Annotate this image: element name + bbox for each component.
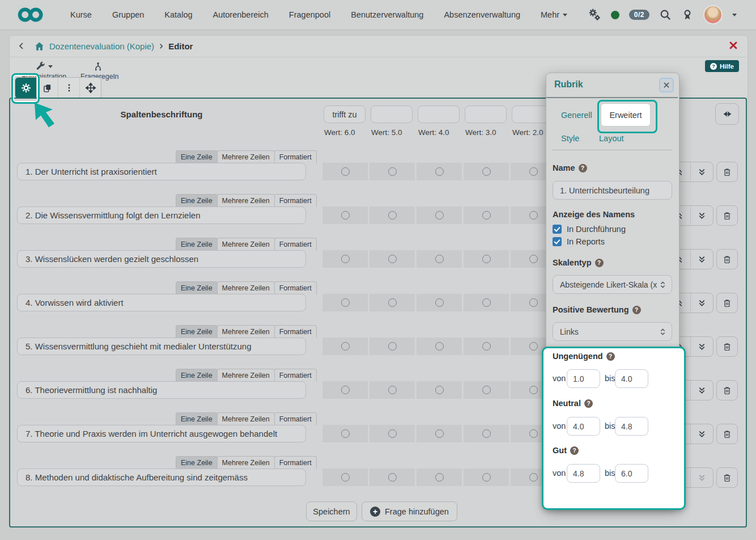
positive-help-icon[interactable]: ? xyxy=(632,306,641,314)
radio-cell[interactable] xyxy=(464,338,509,355)
tab-formatiert[interactable]: Formatiert xyxy=(274,281,317,294)
tab-eine-zeile[interactable]: Eine Zeile xyxy=(176,238,218,251)
task-count-badge[interactable]: 0/2 xyxy=(629,10,649,20)
panel-tab-generell[interactable]: Generell xyxy=(561,111,592,120)
radio-cell[interactable] xyxy=(417,425,462,442)
question-text-input[interactable]: 1. Der Unterricht ist praxisorientiert xyxy=(17,163,306,180)
tab-mehrere-zeilen[interactable]: Mehrere Zeilen xyxy=(217,194,275,207)
radio-cell[interactable] xyxy=(369,381,415,399)
question-text-input[interactable]: 5. Wissensvermittlung geschieht mit medi… xyxy=(17,338,306,355)
tab-formatiert[interactable]: Formatiert xyxy=(274,238,317,251)
close-course-icon[interactable] xyxy=(728,40,739,51)
column-label-input[interactable] xyxy=(371,106,413,123)
element-settings-gear-button[interactable] xyxy=(15,78,37,98)
radio-cell[interactable] xyxy=(464,469,509,486)
tab-eine-zeile[interactable]: Eine Zeile xyxy=(176,412,218,425)
panel-close-button[interactable] xyxy=(659,78,674,92)
radio-cell[interactable] xyxy=(369,469,415,486)
question-text-input[interactable]: 3. Wissenslücken werden gezielt geschlos… xyxy=(17,250,306,268)
tab-mehrere-zeilen[interactable]: Mehrere Zeilen xyxy=(217,412,275,425)
tab-eine-zeile[interactable]: Eine Zeile xyxy=(176,369,218,382)
resize-columns-button[interactable] xyxy=(715,103,739,125)
nav-item-autorenbereich[interactable]: Autorenbereich xyxy=(213,10,269,19)
radio-cell[interactable] xyxy=(464,163,509,180)
tab-eine-zeile[interactable]: Eine Zeile xyxy=(176,194,218,207)
question-text-input[interactable]: 4. Vorwissen wird aktiviert xyxy=(17,294,306,311)
radio-cell[interactable] xyxy=(369,250,415,268)
radio-cell[interactable] xyxy=(369,294,415,311)
tab-formatiert[interactable]: Formatiert xyxy=(274,369,317,382)
skalentyp-select[interactable]: Absteigende Likert-Skala (x b xyxy=(553,275,672,294)
radio-cell[interactable] xyxy=(464,250,509,268)
nav-item-kurse[interactable]: Kurse xyxy=(70,10,92,19)
radio-cell[interactable] xyxy=(322,294,368,311)
tab-formatiert[interactable]: Formatiert xyxy=(274,325,317,338)
gut-bis-input[interactable]: 6.0 xyxy=(615,464,648,483)
radio-cell[interactable] xyxy=(322,163,368,180)
delete-row-button[interactable] xyxy=(716,380,738,400)
checkbox-in-reports[interactable]: In Reports xyxy=(553,237,605,246)
openolat-logo-icon[interactable] xyxy=(17,7,44,23)
move-down-button[interactable] xyxy=(690,293,713,313)
positive-bewertung-select[interactable]: Links xyxy=(553,322,672,341)
tab-formatiert[interactable]: Formatiert xyxy=(274,194,317,207)
panel-tab-style[interactable]: Style xyxy=(561,134,579,143)
move-down-button[interactable] xyxy=(690,381,713,400)
breadcrumb-link[interactable]: Dozentenevaluation (Kopie) xyxy=(49,41,154,51)
radio-cell[interactable] xyxy=(369,206,415,224)
gut-help-icon[interactable]: ? xyxy=(570,446,579,455)
presence-status-dot[interactable] xyxy=(611,11,619,19)
delete-row-button[interactable] xyxy=(716,467,738,488)
radio-cell[interactable] xyxy=(417,294,462,311)
column-label-input[interactable] xyxy=(418,106,460,123)
tab-mehrere-zeilen[interactable]: Mehrere Zeilen xyxy=(217,456,275,469)
ungenuegend-bis-input[interactable]: 4.0 xyxy=(615,369,648,388)
skalentyp-help-icon[interactable]: ? xyxy=(595,259,604,267)
radio-cell[interactable] xyxy=(322,250,368,268)
radio-cell[interactable] xyxy=(322,469,368,486)
tab-mehrere-zeilen[interactable]: Mehrere Zeilen xyxy=(217,150,275,163)
radio-cell[interactable] xyxy=(464,425,509,442)
radio-cell[interactable] xyxy=(322,425,368,442)
radio-cell[interactable] xyxy=(417,206,462,224)
delete-row-button[interactable] xyxy=(716,336,738,357)
back-chevron-icon[interactable] xyxy=(17,41,26,51)
tab-eine-zeile[interactable]: Eine Zeile xyxy=(176,456,218,469)
panel-tab-layout[interactable]: Layout xyxy=(599,134,624,143)
move-down-button[interactable] xyxy=(690,424,713,444)
nav-item-benutzerverwaltung[interactable]: Benutzerverwaltung xyxy=(351,10,423,19)
badges-medal-icon[interactable] xyxy=(681,9,694,21)
radio-cell[interactable] xyxy=(417,250,462,268)
radio-cell[interactable] xyxy=(417,381,462,399)
search-icon[interactable] xyxy=(659,9,672,21)
ungenuegend-von-input[interactable]: 1.0 xyxy=(567,369,600,388)
move-down-button[interactable] xyxy=(690,250,713,269)
column-label-input[interactable] xyxy=(465,106,507,123)
tab-formatiert[interactable]: Formatiert xyxy=(274,412,317,425)
move-down-button[interactable] xyxy=(690,337,713,356)
delete-row-button[interactable] xyxy=(716,249,738,269)
delete-row-button[interactable] xyxy=(716,293,738,313)
radio-cell[interactable] xyxy=(464,294,509,311)
nav-item-absenzenverwaltung[interactable]: Absenzenverwaltung xyxy=(444,10,520,19)
move-handle-button[interactable] xyxy=(80,78,101,98)
nav-item-gruppen[interactable]: Gruppen xyxy=(112,10,144,19)
tab-mehrere-zeilen[interactable]: Mehrere Zeilen xyxy=(217,325,275,338)
radio-cell[interactable] xyxy=(417,163,462,180)
radio-cell[interactable] xyxy=(464,206,509,224)
radio-cell[interactable] xyxy=(369,338,415,355)
nav-item-fragenpool[interactable]: Fragenpool xyxy=(289,10,330,19)
hilfe-button[interactable]: ? Hilfe xyxy=(705,60,739,72)
neutral-bis-input[interactable]: 4.8 xyxy=(615,417,648,436)
radio-cell[interactable] xyxy=(417,469,462,486)
nav-item-mehr[interactable]: Mehr xyxy=(541,10,567,19)
radio-cell[interactable] xyxy=(369,163,415,180)
tab-mehrere-zeilen[interactable]: Mehrere Zeilen xyxy=(217,238,275,251)
radio-cell[interactable] xyxy=(322,338,368,355)
gut-von-input[interactable]: 4.8 xyxy=(567,464,600,483)
tab-mehrere-zeilen[interactable]: Mehrere Zeilen xyxy=(217,369,275,382)
question-text-input[interactable]: 2. Die Wissensvermittlung folgt den Lern… xyxy=(17,206,306,224)
move-down-button[interactable] xyxy=(690,162,713,182)
user-avatar[interactable] xyxy=(703,5,723,24)
delete-row-button[interactable] xyxy=(716,162,738,182)
